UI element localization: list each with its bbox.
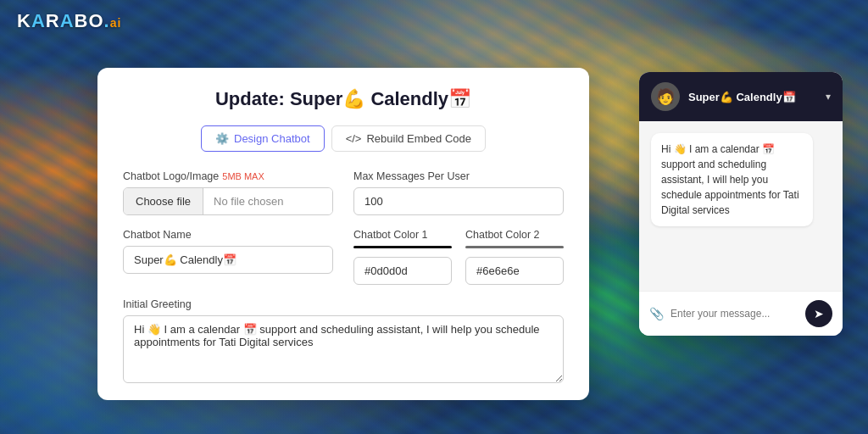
max-messages-input[interactable] <box>353 187 564 215</box>
color2-swatch <box>465 246 564 248</box>
chat-widget: 🧑 Super💪 Calendly📅 ▾ Hi 👋 I am a calenda… <box>639 72 843 336</box>
attach-icon[interactable]: 📎 <box>649 307 664 320</box>
design-icon: ⚙️ <box>215 132 229 145</box>
max-messages-label: Max Messages Per User <box>353 170 564 182</box>
chatbot-name-label: Chatbot Name <box>123 229 333 241</box>
tab-design-label: Design Chatbot <box>234 132 310 145</box>
tab-rebuild[interactable]: </> Rebuild Embed Code <box>331 125 486 152</box>
color1-swatch <box>353 246 452 248</box>
tab-design[interactable]: ⚙️ Design Chatbot <box>201 125 325 152</box>
colors-group: Chatbot Color 1 Chatbot Color 2 <box>353 229 564 285</box>
file-choose-button[interactable]: Choose file <box>124 188 203 214</box>
send-button[interactable]: ➤ <box>805 300 832 327</box>
logo-text: KARABO.ai <box>17 10 121 32</box>
logo-label: Chatbot Logo/Image5MB MAX <box>123 170 333 182</box>
header: KARABO.ai <box>0 0 868 42</box>
avatar-emoji: 🧑 <box>656 87 675 106</box>
logo: KARABO.ai <box>17 10 121 32</box>
color1-group: Chatbot Color 1 <box>353 229 452 285</box>
greeting-textarea[interactable]: Hi 👋 I am a calendar 📅 support and sched… <box>123 315 564 383</box>
greeting-label: Initial Greeting <box>123 298 564 310</box>
greeting-group: Initial Greeting Hi 👋 I am a calendar 📅 … <box>123 298 564 383</box>
chat-bot-name: Super💪 Calendly📅 <box>688 91 817 103</box>
color2-input[interactable] <box>465 257 564 285</box>
tab-bar: ⚙️ Design Chatbot </> Rebuild Embed Code <box>123 125 564 152</box>
max-messages-group: Max Messages Per User <box>353 170 564 215</box>
chatbot-name-input[interactable] <box>123 246 333 274</box>
logo-group: Chatbot Logo/Image5MB MAX Choose file No… <box>123 170 333 215</box>
file-input-row: Choose file No file chosen <box>123 187 333 215</box>
color2-group: Chatbot Color 2 <box>465 229 564 285</box>
send-icon: ➤ <box>814 307 824 320</box>
file-no-chosen-text: No file chosen <box>203 188 332 214</box>
chat-body: Hi 👋 I am a calendar 📅 support and sched… <box>639 121 843 291</box>
tab-rebuild-label: Rebuild Embed Code <box>366 132 471 145</box>
chat-message-text: Hi 👋 I am a calendar 📅 support and sched… <box>661 143 799 216</box>
chat-input[interactable] <box>670 308 798 320</box>
chat-footer: 📎 ➤ <box>639 291 843 336</box>
logo-limit: 5MB MAX <box>222 171 264 181</box>
chat-message: Hi 👋 I am a calendar 📅 support and sched… <box>651 133 813 226</box>
avatar: 🧑 <box>651 82 680 111</box>
color1-label: Chatbot Color 1 <box>353 229 452 241</box>
color2-label: Chatbot Color 2 <box>465 229 564 241</box>
chatbot-name-group: Chatbot Name <box>123 229 333 285</box>
colors-grid: Chatbot Color 1 Chatbot Color 2 <box>353 229 564 285</box>
form-grid: Chatbot Logo/Image5MB MAX Choose file No… <box>123 170 564 383</box>
code-icon: </> <box>346 132 362 145</box>
page-title: Update: Super💪 Calendly📅 <box>123 88 564 110</box>
main-card: Update: Super💪 Calendly📅 ⚙️ Design Chatb… <box>97 68 589 400</box>
chevron-down-icon[interactable]: ▾ <box>826 91 831 103</box>
chat-header: 🧑 Super💪 Calendly📅 ▾ <box>639 72 843 121</box>
color1-input[interactable] <box>353 257 452 285</box>
